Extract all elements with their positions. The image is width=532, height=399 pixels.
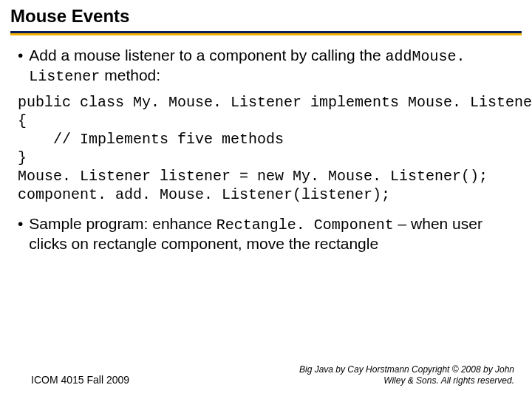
- bullet-dot: •: [18, 46, 23, 86]
- bullet-1-suffix: method:: [100, 66, 160, 83]
- bullet-1-prefix: Add a mouse listener to a component by c…: [29, 47, 385, 64]
- bullet-2-text: Sample program: enhance Rectangle. Compo…: [29, 214, 514, 253]
- footer-right: Big Java by Cay Horstmann Copyright © 20…: [293, 364, 514, 386]
- bullet-1: • Add a mouse listener to a component by…: [18, 46, 514, 86]
- bullet-dot: •: [18, 214, 23, 253]
- slide-title: Mouse Events: [10, 6, 522, 27]
- bullet-2-prefix: Sample program: enhance: [29, 215, 216, 232]
- bullet-2-code: Rectangle. Component: [216, 216, 394, 233]
- footer: ICOM 4015 Fall 2009 Big Java by Cay Hors…: [0, 364, 532, 386]
- content-area: • Add a mouse listener to a component by…: [0, 35, 532, 253]
- bullet-2: • Sample program: enhance Rectangle. Com…: [18, 214, 514, 253]
- code-block: public class My. Mouse. Listener impleme…: [18, 93, 514, 204]
- title-block: Mouse Events: [0, 0, 532, 35]
- bullet-1-text: Add a mouse listener to a component by c…: [29, 46, 514, 86]
- slide: Mouse Events • Add a mouse listener to a…: [0, 0, 532, 399]
- footer-left: ICOM 4015 Fall 2009: [31, 374, 129, 386]
